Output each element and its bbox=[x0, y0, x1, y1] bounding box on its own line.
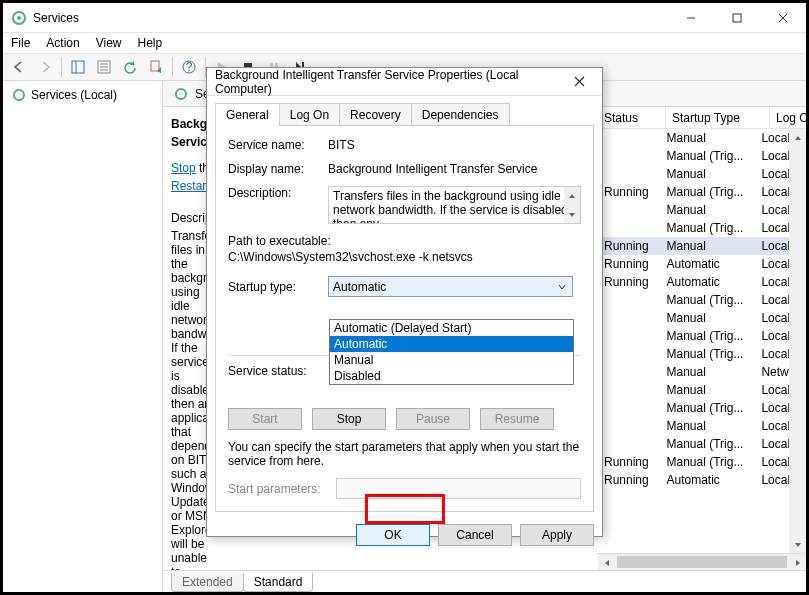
table-row[interactable]: Manual (Trig...Local System bbox=[598, 345, 789, 363]
pause-button: Pause bbox=[396, 408, 470, 430]
label-display-name: Display name: bbox=[228, 162, 328, 176]
tree-item-label: Services (Local) bbox=[31, 88, 117, 102]
col-startup[interactable]: Startup Type bbox=[666, 107, 770, 128]
menubar: File Action View Help bbox=[3, 33, 806, 53]
table-row[interactable]: ManualLocal System bbox=[598, 201, 789, 219]
svg-point-1 bbox=[17, 16, 21, 20]
tree-pane: Services (Local) bbox=[3, 81, 163, 592]
value-path: C:\Windows\System32\svchost.exe -k netsv… bbox=[228, 250, 581, 264]
menu-view[interactable]: View bbox=[96, 36, 122, 50]
table-row[interactable]: RunningAutomaticLocal Service bbox=[598, 471, 789, 489]
refresh-button[interactable] bbox=[118, 55, 142, 79]
bottom-tabs: Extended Standard bbox=[163, 570, 806, 592]
table-row[interactable]: ManualLocal System bbox=[598, 165, 789, 183]
svg-rect-3 bbox=[733, 14, 741, 22]
value-display-name: Background Intelligent Transfer Service bbox=[328, 162, 581, 176]
window-title: Services bbox=[33, 11, 668, 25]
col-status[interactable]: Status bbox=[598, 107, 666, 128]
option-automatic[interactable]: Automatic bbox=[330, 336, 573, 352]
help-button[interactable]: ? bbox=[177, 55, 201, 79]
dialog-title: Background Intelligent Transfer Service … bbox=[215, 68, 564, 96]
table-row[interactable]: ManualLocal System bbox=[598, 309, 789, 327]
list-header: Status Startup Type Log On As bbox=[598, 107, 806, 129]
titlebar: Services bbox=[3, 3, 806, 33]
hint-text: You can specify the start parameters tha… bbox=[228, 440, 581, 468]
col-log[interactable]: Log On As bbox=[770, 107, 806, 128]
startup-type-combo[interactable]: Automatic bbox=[328, 276, 573, 297]
label-description: Description: bbox=[228, 186, 328, 200]
svg-text:?: ? bbox=[186, 60, 193, 74]
table-row[interactable]: Manual (Trig...Local System bbox=[598, 219, 789, 237]
table-row[interactable]: ManualLocal System bbox=[598, 381, 789, 399]
ok-button[interactable]: OK bbox=[356, 524, 430, 546]
tab-logon[interactable]: Log On bbox=[279, 103, 340, 126]
menu-help[interactable]: Help bbox=[138, 36, 163, 50]
table-row[interactable]: Manual (Trig...Local Service bbox=[598, 327, 789, 345]
table-row[interactable]: RunningAutomaticLocal System bbox=[598, 273, 789, 291]
option-disabled[interactable]: Disabled bbox=[330, 368, 573, 384]
tab-dependencies[interactable]: Dependencies bbox=[411, 103, 510, 126]
dialog-close-button[interactable] bbox=[564, 68, 594, 95]
menu-action[interactable]: Action bbox=[46, 36, 79, 50]
startup-type-dropdown: Automatic (Delayed Start) Automatic Manu… bbox=[329, 319, 574, 385]
tree-item-services-local[interactable]: Services (Local) bbox=[7, 85, 158, 105]
apply-button[interactable]: Apply bbox=[520, 524, 594, 546]
cancel-button[interactable]: Cancel bbox=[438, 524, 512, 546]
services-icon bbox=[11, 10, 27, 26]
table-row[interactable]: ManualNetwork S... bbox=[598, 363, 789, 381]
table-row[interactable]: Manual (Trig...Local Service bbox=[598, 435, 789, 453]
label-service-status: Service status: bbox=[228, 364, 328, 378]
desc-scroll-up-icon[interactable] bbox=[564, 187, 580, 204]
forward-button[interactable] bbox=[33, 55, 57, 79]
stop-button[interactable]: Stop bbox=[312, 408, 386, 430]
scroll-right-icon[interactable] bbox=[789, 554, 806, 571]
export-button[interactable] bbox=[144, 55, 168, 79]
table-row[interactable]: RunningManual (Trig...Local System bbox=[598, 453, 789, 471]
scroll-up-icon[interactable] bbox=[789, 129, 806, 146]
desc-scroll-down-icon[interactable] bbox=[564, 206, 580, 223]
label-start-params: Start parameters: bbox=[228, 482, 328, 496]
label-startup-type: Startup type: bbox=[228, 280, 328, 294]
table-row[interactable]: Manual (Trig...Local System bbox=[598, 399, 789, 417]
back-button[interactable] bbox=[7, 55, 31, 79]
label-path: Path to executable: bbox=[228, 234, 581, 248]
tab-general[interactable]: General bbox=[215, 103, 280, 126]
stop-link[interactable]: Stop bbox=[171, 161, 196, 175]
table-row[interactable]: RunningAutomaticLocal System bbox=[598, 255, 789, 273]
svg-point-20 bbox=[176, 89, 186, 99]
start-button: Start bbox=[228, 408, 302, 430]
start-params-input bbox=[336, 478, 581, 499]
table-row[interactable]: Manual (Trig...Local Service bbox=[598, 147, 789, 165]
tab-recovery[interactable]: Recovery bbox=[339, 103, 412, 126]
label-service-name: Service name: bbox=[228, 138, 328, 152]
horizontal-scrollbar[interactable] bbox=[598, 553, 806, 570]
tab-standard[interactable]: Standard bbox=[243, 573, 314, 592]
svg-rect-6 bbox=[72, 61, 84, 73]
properties-button[interactable] bbox=[92, 55, 116, 79]
minimize-button[interactable] bbox=[668, 3, 714, 32]
description-box: Transfers files in the background using … bbox=[328, 186, 581, 224]
table-row[interactable]: RunningManual (Trig...Local Service bbox=[598, 183, 789, 201]
option-manual[interactable]: Manual bbox=[330, 352, 573, 368]
svg-rect-12 bbox=[151, 61, 159, 71]
menu-file[interactable]: File bbox=[11, 36, 30, 50]
close-button[interactable] bbox=[760, 3, 806, 32]
resume-button: Resume bbox=[480, 408, 554, 430]
option-auto-delayed[interactable]: Automatic (Delayed Start) bbox=[330, 320, 573, 336]
table-row[interactable]: Manual (Trig...Local System bbox=[598, 291, 789, 309]
properties-dialog: Background Intelligent Transfer Service … bbox=[206, 67, 603, 537]
table-row[interactable]: ManualLocal System bbox=[598, 129, 789, 147]
restart-link[interactable]: Restart bbox=[171, 179, 210, 193]
svg-point-19 bbox=[14, 90, 24, 100]
table-row[interactable]: ManualLocal System bbox=[598, 417, 789, 435]
services-list: Status Startup Type Log On As ManualLoca… bbox=[598, 107, 806, 570]
maximize-button[interactable] bbox=[714, 3, 760, 32]
vertical-scrollbar[interactable] bbox=[789, 129, 806, 553]
value-service-name: BITS bbox=[328, 138, 581, 152]
scroll-down-icon[interactable] bbox=[789, 536, 806, 553]
tab-extended[interactable]: Extended bbox=[171, 573, 244, 592]
chevron-down-icon bbox=[554, 279, 570, 295]
show-hide-tree-button[interactable] bbox=[66, 55, 90, 79]
table-row[interactable]: RunningManualLocal System bbox=[598, 237, 789, 255]
